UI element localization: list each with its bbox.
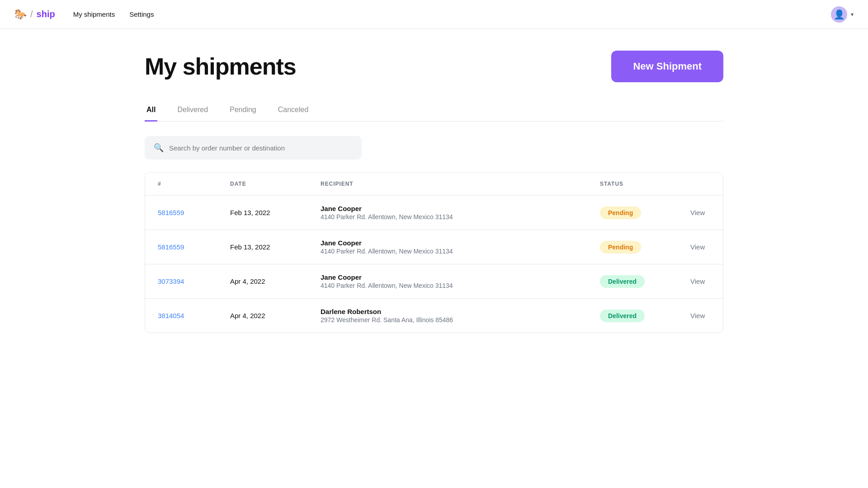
cell-status: Pending xyxy=(587,230,678,264)
shipments-table: # DATE RECIPIENT STATUS 5816559 Feb 13, … xyxy=(145,172,723,333)
order-number-link[interactable]: 5816559 xyxy=(158,243,184,251)
table-row: 5816559 Feb 13, 2022 Jane Cooper 4140 Pa… xyxy=(145,196,723,230)
cell-action: View xyxy=(678,299,723,333)
page-header: My shipments New Shipment xyxy=(145,51,723,82)
table-row: 3073394 Apr 4, 2022 Jane Cooper 4140 Par… xyxy=(145,264,723,299)
recipient-name: Jane Cooper xyxy=(321,205,575,212)
cell-date: Feb 13, 2022 xyxy=(217,196,308,230)
logo-text: ship xyxy=(37,9,55,19)
cell-order-number: 5816559 xyxy=(145,230,217,264)
cell-action: View xyxy=(678,196,723,230)
tab-canceled[interactable]: Canceled xyxy=(276,100,311,122)
navbar-right: 👤 ▾ xyxy=(831,6,854,23)
tab-pending[interactable]: Pending xyxy=(228,100,258,122)
page-title: My shipments xyxy=(145,53,296,80)
view-link[interactable]: View xyxy=(690,277,705,285)
logo-animal-icon: 🐎 xyxy=(14,9,27,20)
cell-status: Delivered xyxy=(587,299,678,333)
view-link[interactable]: View xyxy=(690,312,705,319)
recipient-address: 2972 Westheimer Rd. Santa Ana, Illinois … xyxy=(321,316,575,324)
col-header-action xyxy=(678,173,723,196)
table-row: 5816559 Feb 13, 2022 Jane Cooper 4140 Pa… xyxy=(145,230,723,264)
nav-links: My shipments Settings xyxy=(73,10,831,18)
recipient-name: Jane Cooper xyxy=(321,273,575,281)
cell-status: Delivered xyxy=(587,264,678,299)
search-icon: 🔍 xyxy=(154,143,164,153)
cell-status: Pending xyxy=(587,196,678,230)
status-badge: Delivered xyxy=(600,310,645,322)
cell-order-number: 5816559 xyxy=(145,196,217,230)
recipient-name: Darlene Robertson xyxy=(321,308,575,315)
tab-delivered[interactable]: Delivered xyxy=(175,100,210,122)
order-number-link[interactable]: 3073394 xyxy=(158,277,184,285)
search-bar: 🔍 xyxy=(145,136,362,160)
recipient-address: 4140 Parker Rd. Allentown, New Mexico 31… xyxy=(321,282,575,289)
cell-recipient: Darlene Robertson 2972 Westheimer Rd. Sa… xyxy=(308,299,587,333)
chevron-down-icon[interactable]: ▾ xyxy=(851,11,854,18)
order-number-link[interactable]: 3814054 xyxy=(158,312,184,319)
page-content: My shipments New Shipment All Delivered … xyxy=(118,29,750,355)
order-number-link[interactable]: 5816559 xyxy=(158,209,184,216)
view-link[interactable]: View xyxy=(690,243,705,251)
recipient-address: 4140 Parker Rd. Allentown, New Mexico 31… xyxy=(321,213,575,221)
cell-action: View xyxy=(678,264,723,299)
cell-recipient: Jane Cooper 4140 Parker Rd. Allentown, N… xyxy=(308,196,587,230)
table-row: 3814054 Apr 4, 2022 Darlene Robertson 29… xyxy=(145,299,723,333)
cell-recipient: Jane Cooper 4140 Parker Rd. Allentown, N… xyxy=(308,230,587,264)
recipient-name: Jane Cooper xyxy=(321,239,575,247)
logo[interactable]: 🐎 / ship xyxy=(14,9,55,20)
status-badge: Pending xyxy=(600,206,641,219)
table-header-row: # DATE RECIPIENT STATUS xyxy=(145,173,723,196)
cell-order-number: 3814054 xyxy=(145,299,217,333)
nav-link-shipments[interactable]: My shipments xyxy=(73,10,115,18)
nav-link-settings[interactable]: Settings xyxy=(129,10,154,18)
search-input[interactable] xyxy=(169,144,353,152)
cell-order-number: 3073394 xyxy=(145,264,217,299)
navbar: 🐎 / ship My shipments Settings 👤 ▾ xyxy=(0,0,868,29)
col-header-recipient: RECIPIENT xyxy=(308,173,587,196)
cell-date: Apr 4, 2022 xyxy=(217,299,308,333)
logo-divider: / xyxy=(30,9,33,19)
new-shipment-button[interactable]: New Shipment xyxy=(611,51,723,82)
avatar[interactable]: 👤 xyxy=(831,6,847,23)
col-header-number: # xyxy=(145,173,217,196)
cell-recipient: Jane Cooper 4140 Parker Rd. Allentown, N… xyxy=(308,264,587,299)
tabs: All Delivered Pending Canceled xyxy=(145,100,723,122)
col-header-status: STATUS xyxy=(587,173,678,196)
status-badge: Delivered xyxy=(600,275,645,288)
cell-date: Feb 13, 2022 xyxy=(217,230,308,264)
view-link[interactable]: View xyxy=(690,209,705,216)
col-header-date: DATE xyxy=(217,173,308,196)
tab-all[interactable]: All xyxy=(145,100,157,122)
cell-date: Apr 4, 2022 xyxy=(217,264,308,299)
status-badge: Pending xyxy=(600,241,641,253)
recipient-address: 4140 Parker Rd. Allentown, New Mexico 31… xyxy=(321,248,575,255)
cell-action: View xyxy=(678,230,723,264)
